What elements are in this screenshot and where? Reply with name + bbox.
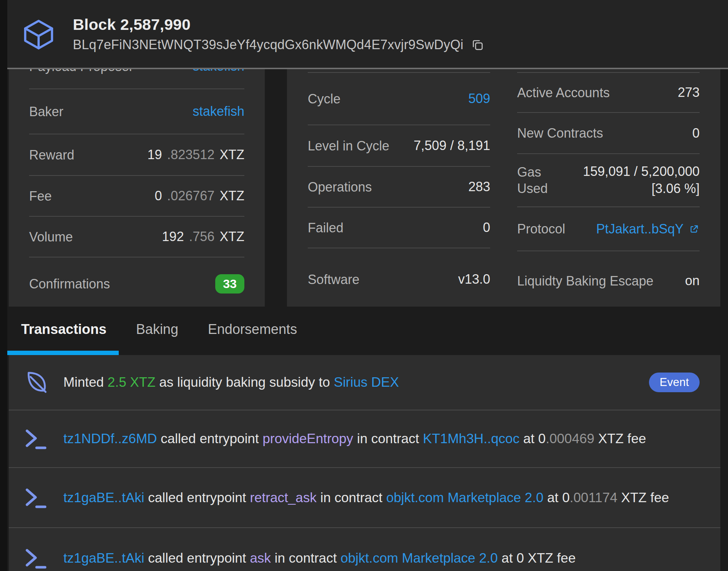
link-text[interactable]: 509 <box>468 91 490 106</box>
value-text: at <box>498 551 516 566</box>
row-value: v13.0 <box>458 272 490 287</box>
active-tab-underline <box>6 351 119 355</box>
external-link-icon[interactable] <box>689 224 700 235</box>
value-text: XTZ <box>220 147 244 162</box>
value-text: XTZ <box>220 188 244 204</box>
value-text: at <box>543 490 562 505</box>
row-value: 19.823512 XTZ <box>147 147 244 162</box>
transaction-description: tz1NDDf..z6MD called entrypoint provideE… <box>63 430 646 448</box>
block-summary-card: Payload ProposerstakefishBakerstakefishR… <box>9 44 265 307</box>
transaction-description: tz1gaBE..tAki called entrypoint ask in c… <box>63 549 576 567</box>
value-text: called entrypoint <box>157 431 263 446</box>
summary-column-baker: Payload ProposerstakefishBakerstakefishR… <box>29 44 244 310</box>
row-label: New Contracts <box>517 125 603 141</box>
row-value: PtJakart..bSqY <box>596 221 700 237</box>
summary-row: Fee0.026767 XTZ <box>29 176 244 217</box>
transaction-description: tz1gaBE..tAki called entrypoint retract_… <box>63 489 669 507</box>
summary-column-cycle: Cycle509Level in Cycle7,509 / 8,191Opera… <box>308 32 490 310</box>
value-text: 2.5 XTZ <box>107 375 156 390</box>
summary-row: Softwarev13.0 <box>308 248 490 310</box>
block-stats-card: Cycle509Level in Cycle7,509 / 8,191Opera… <box>287 32 720 307</box>
row-label: Fee <box>29 188 52 204</box>
value-text: ask <box>250 551 271 566</box>
row-value: 0 <box>483 220 490 235</box>
confirmations-badge: 33 <box>215 274 244 294</box>
window-left-edge <box>0 0 7 571</box>
link-text[interactable]: stakefish <box>193 104 244 119</box>
value-text: Minted <box>63 375 107 390</box>
value-text: called entrypoint <box>144 490 250 505</box>
row-label: Software <box>308 271 359 288</box>
row-label: Level in Cycle <box>308 138 389 154</box>
value-text: XTZ fee <box>594 431 646 446</box>
row-label: Baker <box>29 103 63 120</box>
value-text: XTZ fee <box>617 490 669 505</box>
block-header: Block 2,587,990 BLq7eFiN3NEtWNQT39sJeYf4… <box>7 0 728 69</box>
transaction-row: Minted 2.5 XTZ as liquidity baking subsi… <box>9 355 720 410</box>
tab-endorsements[interactable]: Endorsements <box>208 322 297 337</box>
summary-row: ProtocolPtJakart..bSqY <box>517 207 700 251</box>
summary-row: Bakerstakefish <box>29 89 244 134</box>
value-text: in contract <box>353 431 423 446</box>
value-text: 0 <box>538 431 546 446</box>
row-value: on <box>685 273 700 288</box>
row-value: 33 <box>215 274 244 294</box>
summary-row: Cycle509 <box>308 73 490 125</box>
transaction-row: tz1gaBE..tAki called entrypoint ask in c… <box>9 528 720 571</box>
value-text: .026767 <box>167 188 215 204</box>
value-text: provideEntropy <box>263 431 353 446</box>
link-text[interactable]: KT1Mh3H..qcoc <box>423 431 519 446</box>
transaction-row: tz1gaBE..tAki called entrypoint retract_… <box>9 468 720 528</box>
header-text: Block 2,587,990 BLq7eFiN3NEtWNQT39sJeYf4… <box>73 16 484 52</box>
link-text[interactable]: tz1gaBE..tAki <box>63 551 144 566</box>
value-text: 273 <box>678 85 700 100</box>
block-hash: BLq7eFiN3NEtWNQT39sJeYf4ycqdGx6nkWMQd4E7… <box>73 37 464 52</box>
summary-row: Gas Used159,091 / 5,200,000 [3.06 %] <box>517 154 700 207</box>
value-text: .000469 <box>546 431 594 446</box>
transaction-description: Minted 2.5 XTZ as liquidity baking subsi… <box>63 373 399 391</box>
value-text: as liquidity baking subsidy to <box>156 375 334 390</box>
value-text: 7,509 / 8,191 <box>414 138 490 153</box>
link-text[interactable]: tz1gaBE..tAki <box>63 490 144 505</box>
link-text[interactable]: PtJakart..bSqY <box>596 221 684 237</box>
row-label: Liquidty Baking Escape <box>517 273 653 289</box>
value-text: in contract <box>271 551 341 566</box>
row-label: Active Accounts <box>517 84 610 101</box>
link-text[interactable]: Sirius DEX <box>334 375 399 390</box>
row-value: 7,509 / 8,191 <box>414 138 490 153</box>
row-value: 192.756 XTZ <box>162 229 244 244</box>
row-value: 0 <box>692 126 700 141</box>
value-text: 0 <box>483 220 490 235</box>
row-label: Volume <box>29 229 73 245</box>
value-text: .823512 <box>167 147 215 162</box>
tab-transactions[interactable]: Transactions <box>21 322 106 337</box>
summary-row: New Contracts0 <box>517 113 700 154</box>
link-text[interactable]: tz1NDDf..z6MD <box>63 431 157 446</box>
link-text[interactable]: objkt.com Marketplace 2.0 <box>386 490 543 505</box>
row-label: Gas Used <box>517 164 566 197</box>
value-text: 192 <box>162 229 184 244</box>
row-label: Reward <box>29 147 74 163</box>
cube-icon <box>22 17 55 52</box>
value-text: 283 <box>468 179 490 194</box>
leaf-icon <box>9 370 63 395</box>
block-hash-line: BLq7eFiN3NEtWNQT39sJeYf4ycqdGx6nkWMQd4E7… <box>73 37 484 52</box>
row-value: 509 <box>468 91 490 106</box>
value-text: XTZ <box>220 229 244 244</box>
value-text: 0 XTZ fee <box>516 551 575 566</box>
row-value: 283 <box>468 179 490 194</box>
copy-icon[interactable] <box>471 38 484 51</box>
tab-bar: TransactionsBakingEndorsements <box>7 308 297 351</box>
summary-row: Volume192.756 XTZ <box>29 217 244 257</box>
value-text: 0 <box>155 188 162 204</box>
link-text[interactable]: objkt.com Marketplace 2.0 <box>341 551 498 566</box>
row-value: 0.026767 XTZ <box>155 188 244 204</box>
row-label: Failed <box>308 220 343 236</box>
value-text: 0 <box>562 490 570 505</box>
row-value: stakefish <box>193 104 244 119</box>
summary-row: Failed0 <box>308 208 490 248</box>
row-label: Protocol <box>517 221 565 237</box>
terminal-icon <box>9 485 63 511</box>
row-label: Confirmations <box>29 276 110 292</box>
tab-baking[interactable]: Baking <box>136 322 178 337</box>
